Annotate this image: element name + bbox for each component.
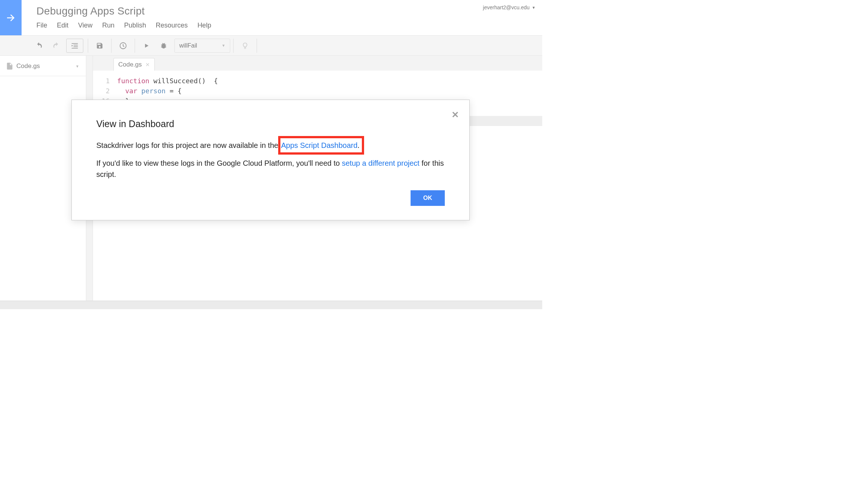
status-bar (0, 301, 542, 309)
svg-rect-3 (72, 48, 78, 48)
undo-button[interactable] (30, 39, 48, 53)
separator (233, 39, 234, 53)
separator (257, 39, 257, 53)
separator (88, 39, 88, 53)
caret-down-icon: ▼ (75, 64, 79, 68)
close-tab-icon[interactable]: ✕ (145, 62, 150, 68)
tab-label: Code.gs (118, 61, 142, 68)
tab-codegs[interactable]: Code.gs ✕ (113, 58, 155, 71)
caret-down-icon: ▼ (532, 6, 536, 10)
header: Debugging Apps Script File Edit View Run… (0, 0, 542, 35)
menu-bar: File Edit View Run Publish Resources Hel… (36, 22, 542, 29)
code-line: function willSucceed() { (117, 76, 542, 86)
apps-script-dashboard-link[interactable]: Apps Script Dashboard (281, 141, 358, 149)
close-dialog-icon[interactable]: ✕ (451, 110, 459, 120)
dialog-title: View in Dashboard (96, 119, 445, 129)
menu-file[interactable]: File (36, 22, 47, 29)
menu-view[interactable]: View (78, 22, 93, 29)
ok-button[interactable]: OK (411, 190, 445, 206)
file-name-label: Code.gs (16, 62, 40, 70)
separator (135, 39, 135, 53)
debug-button[interactable] (155, 39, 172, 53)
lightbulb-button[interactable] (237, 39, 254, 53)
svg-rect-0 (72, 43, 78, 44)
function-select-label: willFail (179, 42, 197, 49)
setup-project-link[interactable]: setup a different project (342, 159, 419, 167)
file-entry-codegs[interactable]: Code.gs ▼ (0, 60, 86, 72)
run-button[interactable] (138, 39, 155, 53)
arrow-right-icon (5, 12, 16, 23)
header-main: Debugging Apps Script File Edit View Run… (22, 0, 542, 35)
indent-button[interactable] (66, 39, 83, 53)
toolbar: willFail ▼ (0, 35, 542, 56)
tab-bar: Code.gs ✕ (93, 56, 542, 71)
save-button[interactable] (91, 39, 108, 53)
highlighted-link-box: Apps Script Dashboard. (278, 136, 364, 155)
code-line: var person = { (117, 86, 542, 96)
redo-button[interactable] (48, 39, 65, 53)
function-select[interactable]: willFail ▼ (174, 39, 230, 53)
user-email-text: jeverhart2@vcu.edu (483, 4, 530, 10)
separator (111, 39, 112, 53)
svg-rect-1 (74, 45, 78, 45)
menu-resources[interactable]: Resources (156, 22, 188, 29)
dashboard-dialog: ✕ View in Dashboard Stackdriver logs for… (71, 100, 470, 220)
user-email[interactable]: jeverhart2@vcu.edu ▼ (483, 4, 536, 10)
triggers-button[interactable] (115, 39, 132, 53)
file-icon (7, 62, 13, 70)
menu-help[interactable]: Help (197, 22, 211, 29)
dialog-text-2: If you'd like to view these logs in the … (96, 158, 445, 180)
menu-run[interactable]: Run (102, 22, 115, 29)
menu-edit[interactable]: Edit (57, 22, 68, 29)
dialog-text-1: Stackdriver logs for this project are no… (96, 140, 445, 151)
apps-script-logo[interactable] (0, 0, 22, 35)
svg-rect-2 (74, 46, 78, 47)
caret-down-icon: ▼ (222, 43, 225, 48)
project-title[interactable]: Debugging Apps Script (36, 5, 542, 17)
menu-publish[interactable]: Publish (124, 22, 146, 29)
